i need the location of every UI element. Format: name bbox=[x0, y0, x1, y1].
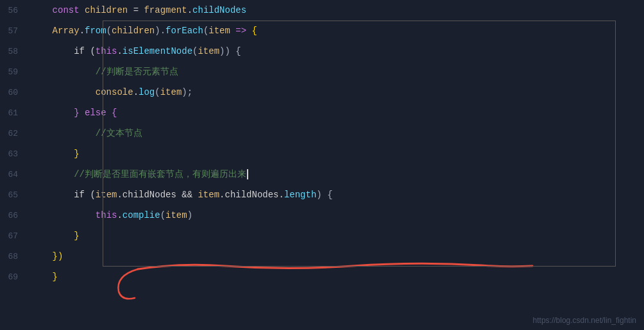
token: console bbox=[31, 87, 133, 97]
line-number: 69 bbox=[0, 272, 26, 282]
token: log bbox=[139, 87, 155, 97]
token: isElementNode bbox=[123, 46, 192, 56]
line-content: Array.from(children).forEach(item => { bbox=[26, 21, 257, 41]
token bbox=[31, 67, 96, 77]
line-content: const children = fragment.childNodes bbox=[26, 0, 246, 21]
token: //判断是否元素节点 bbox=[96, 67, 178, 77]
code-line: 68 }) bbox=[0, 246, 644, 267]
code-line: 67 } bbox=[0, 226, 644, 246]
token: from bbox=[85, 26, 106, 36]
line-number: 65 bbox=[0, 190, 26, 200]
token: const bbox=[31, 5, 85, 15]
line-number: 60 bbox=[0, 88, 26, 97]
line-content: console.log(item); bbox=[26, 82, 192, 103]
code-line: 69 } bbox=[0, 267, 644, 287]
token bbox=[31, 128, 96, 138]
token: ) { bbox=[316, 190, 332, 200]
token: //判断是否里面有嵌套节点，有则遍历出来 bbox=[74, 169, 246, 179]
line-content: if (this.isElementNode(item)) { bbox=[26, 41, 241, 62]
code-line: 57 Array.from(children).forEach(item => … bbox=[0, 21, 644, 41]
token bbox=[31, 169, 74, 179]
token: ) bbox=[187, 210, 192, 220]
line-number: 59 bbox=[0, 67, 26, 77]
line-content: //判断是否里面有嵌套节点，有则遍历出来 bbox=[26, 164, 248, 185]
token bbox=[31, 210, 96, 220]
line-number: 56 bbox=[0, 6, 26, 15]
token: if ( bbox=[31, 46, 96, 56]
code-area: 56 const children = fragment.childNodes5… bbox=[0, 0, 644, 330]
token: Array bbox=[31, 26, 80, 36]
token bbox=[31, 108, 74, 118]
token: item bbox=[208, 26, 230, 36]
token: }) bbox=[53, 251, 64, 261]
token: item bbox=[198, 190, 219, 200]
line-content: //文本节点 bbox=[26, 123, 142, 144]
token: } bbox=[53, 272, 58, 282]
token: . bbox=[80, 26, 85, 36]
line-number: 68 bbox=[0, 252, 26, 261]
code-line: 61 } else { bbox=[0, 103, 644, 123]
line-number: 67 bbox=[0, 231, 26, 241]
line-content: } bbox=[26, 267, 58, 287]
text-cursor bbox=[247, 169, 248, 179]
token bbox=[31, 231, 74, 241]
code-line: 56 const children = fragment.childNodes bbox=[0, 0, 644, 21]
code-line: 62 //文本节点 bbox=[0, 123, 644, 144]
token: => bbox=[230, 26, 252, 36]
token: ). bbox=[155, 26, 165, 36]
token: forEach bbox=[165, 26, 203, 36]
token: ( bbox=[160, 210, 165, 220]
token: childNodes bbox=[192, 5, 246, 15]
token: . bbox=[117, 46, 122, 56]
token bbox=[31, 251, 53, 261]
token: item bbox=[96, 190, 117, 200]
line-content: } bbox=[26, 144, 80, 164]
token: . bbox=[187, 5, 192, 15]
line-number: 58 bbox=[0, 47, 26, 56]
token: = bbox=[128, 5, 144, 15]
code-editor: 56 const children = fragment.childNodes5… bbox=[0, 0, 644, 330]
code-line: 59 //判断是否元素节点 bbox=[0, 62, 644, 82]
token: } else { bbox=[74, 108, 117, 118]
token: length bbox=[284, 190, 316, 200]
token: complie bbox=[123, 210, 160, 220]
line-content: if (item.childNodes && item.childNodes.l… bbox=[26, 185, 333, 205]
token: item bbox=[165, 210, 187, 220]
token: { bbox=[252, 26, 257, 36]
line-number: 57 bbox=[0, 26, 26, 36]
watermark: https://blog.csdn.net/lin_fightin bbox=[533, 316, 636, 325]
code-line: 60 console.log(item); bbox=[0, 82, 644, 103]
token: item bbox=[160, 87, 182, 97]
token: this bbox=[96, 210, 117, 220]
code-line: 58 if (this.isElementNode(item)) { bbox=[0, 41, 644, 62]
token: //文本节点 bbox=[96, 128, 142, 138]
token: . bbox=[117, 210, 122, 220]
token: children bbox=[112, 26, 155, 36]
token: ( bbox=[106, 26, 112, 36]
token: fragment bbox=[144, 5, 187, 15]
code-line: 63 } bbox=[0, 144, 644, 164]
line-number: 63 bbox=[0, 149, 26, 159]
line-number: 66 bbox=[0, 211, 26, 220]
line-content: this.complie(item) bbox=[26, 205, 192, 226]
token: )) { bbox=[219, 46, 241, 56]
code-line: 65 if (item.childNodes && item.childNode… bbox=[0, 185, 644, 205]
line-content: }) bbox=[26, 246, 63, 267]
token: .childNodes && bbox=[117, 190, 198, 200]
token: } bbox=[31, 149, 80, 159]
code-line: 64 //判断是否里面有嵌套节点，有则遍历出来 bbox=[0, 164, 644, 185]
line-content: } else { bbox=[26, 103, 117, 123]
token: } bbox=[74, 231, 79, 241]
token: .childNodes. bbox=[219, 190, 284, 200]
token: ); bbox=[182, 87, 192, 97]
code-line: 66 this.complie(item) bbox=[0, 205, 644, 226]
token: item bbox=[198, 46, 219, 56]
token: children bbox=[85, 5, 128, 15]
line-content: } bbox=[26, 226, 80, 246]
line-number: 64 bbox=[0, 170, 26, 179]
token bbox=[31, 272, 53, 282]
token: ( bbox=[155, 87, 160, 97]
token: this bbox=[96, 46, 117, 56]
token: if ( bbox=[31, 190, 96, 200]
line-content: //判断是否元素节点 bbox=[26, 62, 178, 82]
